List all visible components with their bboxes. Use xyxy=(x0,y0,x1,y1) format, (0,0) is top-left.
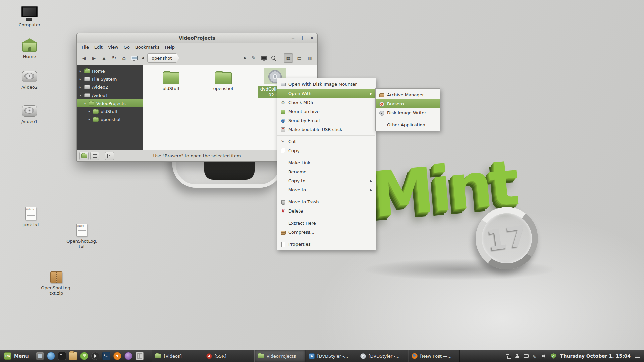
path-scroll-right-button[interactable] xyxy=(243,54,248,62)
context-send-by-email[interactable]: Send by Email xyxy=(277,116,376,125)
menu-edit[interactable]: Edit xyxy=(92,44,105,50)
context-check-md5[interactable]: Check MD5 xyxy=(277,98,376,107)
taskbar-window-videoprojects[interactable]: VideoProjects xyxy=(254,350,306,362)
list-view-toggle[interactable] xyxy=(294,53,304,63)
sidebar-item-videoprojects[interactable]: ▾VideoProjects xyxy=(77,99,143,107)
titlebar[interactable]: VideoProjects ‒ + × xyxy=(77,33,317,43)
context-move-to[interactable]: Move to▶ xyxy=(277,185,376,194)
treeview-toggle-button[interactable] xyxy=(90,152,99,160)
sidebar-item-file-system[interactable]: ▸File System xyxy=(77,75,143,83)
file-item-oldstuff[interactable]: oldStuff xyxy=(153,70,190,92)
menu-go[interactable]: Go xyxy=(121,44,132,50)
desktop-icon-openshotlog-txt-zip[interactable]: OpenShotLog.txt.zip xyxy=(40,267,73,296)
menu-view[interactable]: View xyxy=(105,44,121,50)
context-copy-to[interactable]: Copy to▶ xyxy=(277,176,376,185)
context-open-with-disk-image-mounter[interactable]: Open With Disk Image Mounter xyxy=(277,80,376,89)
file-item-openshot[interactable]: openshot xyxy=(205,70,242,92)
context-rename[interactable]: Rename... xyxy=(277,167,376,176)
menu-help[interactable]: Help xyxy=(162,44,177,50)
desktop-icon-video1[interactable]: /video1 xyxy=(13,101,46,124)
context-compress[interactable]: Compress... xyxy=(277,228,376,237)
clock[interactable]: Thursday October 1, 15:04 xyxy=(560,353,631,359)
menu-button[interactable]: Menu xyxy=(0,350,33,362)
sidebar-item-video1[interactable]: ▾/video1 xyxy=(77,91,143,99)
chevron-down-icon[interactable]: ▾ xyxy=(83,102,87,105)
desktop-icon-junk-txt[interactable]: MMOsinjunk.txt xyxy=(14,204,48,228)
taskbar-window-ssr[interactable]: [SSR] xyxy=(203,350,254,362)
display-icon[interactable] xyxy=(635,353,640,359)
desktop-icon-video2[interactable]: /video2 xyxy=(13,67,46,90)
context-make-bootable-usb-stick[interactable]: Make bootable USB stick xyxy=(277,125,376,134)
context-delete[interactable]: Delete xyxy=(277,206,376,216)
home-button[interactable] xyxy=(120,54,128,62)
desktop-icon-computer[interactable]: Computer xyxy=(13,5,46,28)
desktop-icon-home[interactable]: Home xyxy=(13,36,46,59)
openwith-other-application[interactable]: Other Application... xyxy=(376,120,440,129)
context-copy[interactable]: Copy xyxy=(277,146,376,155)
context-extract-here[interactable]: Extract Here xyxy=(277,219,376,228)
context-properties[interactable]: Properties xyxy=(277,240,376,249)
openwith-brasero[interactable]: Brasero xyxy=(376,99,440,108)
taskbar-window-dvdstyler[interactable]: [DVDStyler -... xyxy=(357,350,408,362)
menu-item-label: Brasero xyxy=(387,101,437,106)
shield-icon[interactable] xyxy=(551,353,556,359)
forward-button[interactable] xyxy=(90,54,98,62)
sidebar-item-oldstuff[interactable]: ▸oldStuff xyxy=(77,107,143,115)
pen-icon[interactable] xyxy=(533,353,538,359)
chevron-right-icon[interactable]: ▸ xyxy=(79,69,82,73)
user-icon[interactable] xyxy=(515,353,520,359)
compact-view-toggle[interactable] xyxy=(305,53,315,63)
breadcrumb[interactable]: openshot xyxy=(147,53,180,63)
edit-location-button[interactable] xyxy=(249,54,258,62)
chevron-right-icon[interactable]: ▸ xyxy=(79,85,82,89)
maximize-button[interactable]: + xyxy=(300,36,305,41)
close-button[interactable]: × xyxy=(310,36,314,41)
media-player-launcher-icon[interactable] xyxy=(91,352,99,360)
minimize-button[interactable]: ‒ xyxy=(291,36,295,41)
text-icon: MMOsin xyxy=(25,204,36,221)
icon-view-toggle[interactable] xyxy=(284,53,293,63)
context-make-link[interactable]: Make Link xyxy=(277,158,376,167)
taskbar-window-videos[interactable]: [Videos] xyxy=(152,350,203,362)
computer-button[interactable] xyxy=(130,54,139,62)
open-terminal-button[interactable] xyxy=(259,54,268,62)
chromium-launcher-icon[interactable] xyxy=(80,352,88,360)
chevron-right-icon[interactable]: ▸ xyxy=(79,77,82,81)
blender-launcher-icon[interactable] xyxy=(113,352,121,360)
menu-item-label: Compress... xyxy=(288,230,372,235)
menu-bookmarks[interactable]: Bookmarks xyxy=(132,44,162,50)
chevron-right-icon[interactable]: ▸ xyxy=(88,118,91,121)
context-mount-archive[interactable]: Mount archive xyxy=(277,107,376,116)
openwith-archive-manager[interactable]: Archive Manager xyxy=(376,90,440,99)
chevron-right-icon[interactable]: ▸ xyxy=(88,110,91,113)
sidebar-item-video2[interactable]: ▸/video2 xyxy=(77,83,143,91)
web-browser-launcher-icon[interactable] xyxy=(47,352,55,360)
media-center-launcher-icon[interactable] xyxy=(124,352,132,360)
windows-icon[interactable] xyxy=(505,353,511,359)
openwith-disk-image-writer[interactable]: Disk Image Writer xyxy=(376,108,440,117)
file-manager-launcher-icon[interactable] xyxy=(69,352,77,360)
terminal-launcher-icon[interactable] xyxy=(58,352,66,360)
context-move-to-trash[interactable]: Move to Trash xyxy=(277,197,376,206)
chevron-down-icon[interactable]: ▾ xyxy=(79,94,82,97)
console-launcher-icon[interactable] xyxy=(102,352,110,360)
taskbar-window-dvdstyler[interactable]: [DVDStyler -... xyxy=(306,350,357,362)
desktop-icon-openshotlog-txt[interactable]: @N200OpenShotLog.txt xyxy=(65,221,99,250)
menu-file[interactable]: File xyxy=(79,44,92,50)
context-open-with[interactable]: Open With▶ xyxy=(277,89,376,98)
calculator-launcher-icon[interactable] xyxy=(136,352,144,360)
path-scroll-left-button[interactable] xyxy=(140,54,145,62)
up-button[interactable] xyxy=(100,54,108,62)
context-cut[interactable]: Cut xyxy=(277,137,376,146)
network-icon[interactable] xyxy=(524,353,529,359)
zoom-button[interactable] xyxy=(105,152,114,160)
search-button[interactable] xyxy=(269,54,278,62)
places-toggle-button[interactable] xyxy=(79,152,89,160)
taskbar-window-new-post[interactable]: [New Post —... xyxy=(408,350,460,362)
volume-icon[interactable] xyxy=(542,353,547,359)
back-button[interactable] xyxy=(79,54,88,62)
sidebar-item-home[interactable]: ▸Home xyxy=(77,67,143,75)
show-desktop-launcher-icon[interactable] xyxy=(36,352,44,360)
sidebar-item-openshot[interactable]: ▸openshot xyxy=(77,115,143,123)
refresh-button[interactable] xyxy=(110,54,118,62)
